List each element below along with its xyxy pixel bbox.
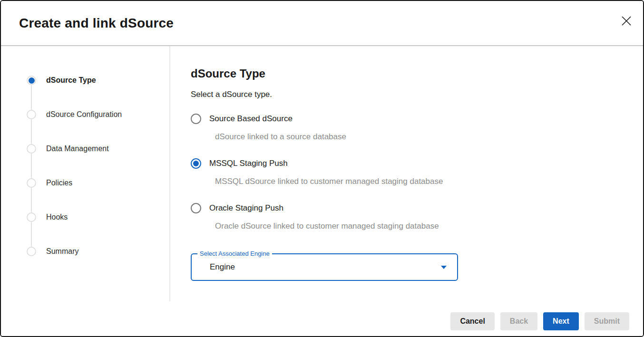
stepper-item-summary[interactable]: Summary bbox=[1, 234, 169, 269]
step-label: Summary bbox=[46, 247, 78, 256]
associated-engine-select-label: Select Associated Engine bbox=[197, 250, 272, 257]
stepper-item-policies[interactable]: Policies bbox=[1, 166, 169, 200]
step-label: dSource Configuration bbox=[46, 110, 122, 119]
radio-option-label: Oracle Staging Push bbox=[209, 203, 283, 213]
step-dot-icon bbox=[27, 144, 36, 154]
stepper-item-dsource-type[interactable]: dSource Type bbox=[1, 63, 169, 97]
dialog-body: dSource Type dSource Configuration Data … bbox=[1, 46, 643, 301]
radio-option-mssql-staging-push: MSSQL Staging Push MSSQL dSource linked … bbox=[191, 158, 624, 187]
radio-input[interactable] bbox=[191, 203, 201, 213]
stepper-item-data-management[interactable]: Data Management bbox=[1, 132, 169, 166]
close-button[interactable] bbox=[619, 14, 634, 29]
radio-option-oracle-staging-push: Oracle Staging Push Oracle dSource linke… bbox=[191, 203, 624, 232]
next-button[interactable]: Next bbox=[543, 312, 579, 330]
submit-button[interactable]: Submit bbox=[585, 312, 629, 330]
radio-option-description: MSSQL dSource linked to customer managed… bbox=[215, 176, 624, 187]
radio-option-row[interactable]: MSSQL Staging Push bbox=[191, 158, 624, 169]
step-dot-icon bbox=[27, 76, 36, 85]
step-label: dSource Type bbox=[46, 76, 96, 85]
radio-option-row[interactable]: Source Based dSource bbox=[191, 114, 624, 124]
stepper-item-dsource-configuration[interactable]: dSource Configuration bbox=[1, 97, 169, 132]
step-dot-icon bbox=[27, 247, 36, 256]
associated-engine-select[interactable]: Select Associated Engine Engine bbox=[191, 253, 458, 281]
close-icon bbox=[621, 15, 632, 28]
chevron-down-icon bbox=[441, 266, 447, 269]
section-subtitle: Select a dSource type. bbox=[191, 89, 624, 100]
associated-engine-select-value: Engine bbox=[210, 262, 235, 272]
step-label: Hooks bbox=[46, 213, 68, 221]
radio-option-description: Oracle dSource linked to customer manage… bbox=[215, 221, 624, 232]
step-label: Data Management bbox=[46, 144, 109, 153]
radio-input[interactable] bbox=[191, 158, 201, 169]
radio-option-row[interactable]: Oracle Staging Push bbox=[191, 203, 624, 213]
step-dot-icon bbox=[27, 110, 36, 119]
radio-option-source-based-dsource: Source Based dSource dSource linked to a… bbox=[191, 114, 624, 143]
step-label: Policies bbox=[46, 179, 72, 187]
stepper-item-hooks[interactable]: Hooks bbox=[1, 200, 169, 234]
radio-input[interactable] bbox=[191, 114, 201, 124]
step-dot-icon bbox=[27, 212, 36, 222]
cancel-button[interactable]: Cancel bbox=[450, 312, 494, 330]
dialog-footer: Cancel Back Next Submit bbox=[1, 301, 643, 336]
radio-option-description: dSource linked to a source database bbox=[215, 131, 624, 143]
section-heading: dSource Type bbox=[191, 66, 624, 81]
create-link-dsource-dialog: Create and link dSource dSource Type dSo… bbox=[0, 0, 644, 337]
back-button[interactable]: Back bbox=[500, 312, 537, 330]
step-dot-icon bbox=[27, 178, 36, 188]
radio-option-label: Source Based dSource bbox=[209, 114, 293, 124]
dialog-title: Create and link dSource bbox=[19, 16, 174, 31]
dialog-header: Create and link dSource bbox=[1, 1, 643, 46]
dsource-type-panel: dSource Type Select a dSource type. Sour… bbox=[170, 46, 643, 301]
stepper: dSource Type dSource Configuration Data … bbox=[1, 46, 170, 301]
radio-option-label: MSSQL Staging Push bbox=[209, 159, 288, 168]
